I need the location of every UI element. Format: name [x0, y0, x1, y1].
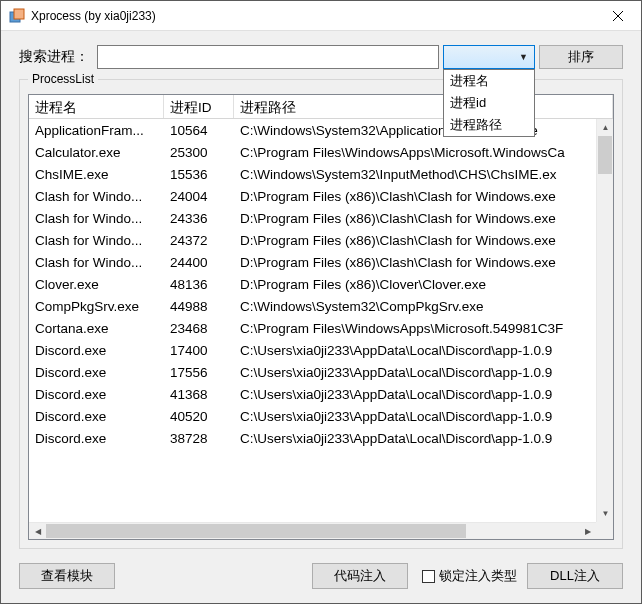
- cell-path: C:\Users\xia0ji233\AppData\Local\Discord…: [234, 431, 613, 446]
- search-label: 搜索进程：: [19, 48, 89, 66]
- table-row[interactable]: ChsIME.exe15536C:\Windows\System32\Input…: [29, 163, 613, 185]
- titlebar: Xprocess (by xia0ji233): [1, 1, 641, 31]
- table-row[interactable]: Clash for Windo...24336D:\Program Files …: [29, 207, 613, 229]
- cell-id: 40520: [164, 409, 234, 424]
- cell-path: C:\Users\xia0ji233\AppData\Local\Discord…: [234, 387, 613, 402]
- cell-path: D:\Program Files (x86)\Clash\Clash for W…: [234, 255, 613, 270]
- cell-id: 17400: [164, 343, 234, 358]
- table-row[interactable]: Discord.exe38728C:\Users\xia0ji233\AppDa…: [29, 427, 613, 449]
- cell-id: 23468: [164, 321, 234, 336]
- cell-id: 15536: [164, 167, 234, 182]
- scroll-track-v[interactable]: [597, 136, 613, 505]
- cell-path: D:\Program Files (x86)\Clover\Clover.exe: [234, 277, 613, 292]
- combo-option-path[interactable]: 进程路径: [444, 114, 534, 136]
- cell-id: 24004: [164, 189, 234, 204]
- cell-name: Clash for Windo...: [29, 233, 164, 248]
- cell-path: C:\Program Files\WindowsApps\Microsoft.5…: [234, 321, 613, 336]
- cell-path: C:\Windows\System32\InputMethod\CHS\ChsI…: [234, 167, 613, 182]
- combo-dropdown: 进程名 进程id 进程路径: [443, 69, 535, 137]
- cell-id: 38728: [164, 431, 234, 446]
- cell-name: Discord.exe: [29, 343, 164, 358]
- table-row[interactable]: Discord.exe17400C:\Users\xia0ji233\AppDa…: [29, 339, 613, 361]
- combo-option-id[interactable]: 进程id: [444, 92, 534, 114]
- cell-id: 48136: [164, 277, 234, 292]
- process-listview[interactable]: 进程名 进程ID 进程路径 ApplicationFram...10564C:\…: [28, 94, 614, 540]
- scroll-right-button[interactable]: ▶: [579, 523, 596, 539]
- sort-button[interactable]: 排序: [539, 45, 623, 69]
- cell-name: Clash for Windo...: [29, 211, 164, 226]
- cell-name: Calculator.exe: [29, 145, 164, 160]
- chevron-down-icon: ▼: [519, 52, 528, 62]
- cell-name: Clover.exe: [29, 277, 164, 292]
- cell-path: C:\Windows\System32\ApplicationFrameHost…: [234, 123, 613, 138]
- cell-name: Discord.exe: [29, 387, 164, 402]
- cell-name: ApplicationFram...: [29, 123, 164, 138]
- code-inject-button[interactable]: 代码注入: [312, 563, 408, 589]
- combo-option-name[interactable]: 进程名: [444, 70, 534, 92]
- table-row[interactable]: Cortana.exe23468C:\Program Files\Windows…: [29, 317, 613, 339]
- listview-body: ApplicationFram...10564C:\Windows\System…: [29, 119, 613, 539]
- cell-path: D:\Program Files (x86)\Clash\Clash for W…: [234, 189, 613, 204]
- search-field-combo[interactable]: ▼ 进程名 进程id 进程路径: [443, 45, 535, 69]
- app-icon: [9, 8, 25, 24]
- window-title: Xprocess (by xia0ji233): [31, 9, 595, 23]
- column-header-id[interactable]: 进程ID: [164, 95, 234, 118]
- checkbox-box-icon: [422, 570, 435, 583]
- cell-id: 25300: [164, 145, 234, 160]
- scroll-up-button[interactable]: ▲: [597, 119, 613, 136]
- cell-path: C:\Windows\System32\CompPkgSrv.exe: [234, 299, 613, 314]
- cell-name: CompPkgSrv.exe: [29, 299, 164, 314]
- table-row[interactable]: Clover.exe48136D:\Program Files (x86)\Cl…: [29, 273, 613, 295]
- column-header-name[interactable]: 进程名: [29, 95, 164, 118]
- client-area: 搜索进程： ▼ 进程名 进程id 进程路径 排序 ProcessList 进程名…: [1, 31, 641, 603]
- search-row: 搜索进程： ▼ 进程名 进程id 进程路径 排序: [19, 45, 623, 69]
- checkbox-label: 锁定注入类型: [439, 567, 517, 585]
- scroll-corner: [596, 522, 613, 539]
- table-row[interactable]: Discord.exe17556C:\Users\xia0ji233\AppDa…: [29, 361, 613, 383]
- lock-inject-type-checkbox[interactable]: 锁定注入类型: [422, 567, 517, 585]
- dll-inject-button[interactable]: DLL注入: [527, 563, 623, 589]
- scroll-thumb-h[interactable]: [46, 524, 466, 538]
- column-header-path[interactable]: 进程路径: [234, 95, 613, 118]
- cell-name: Clash for Windo...: [29, 189, 164, 204]
- cell-name: Discord.exe: [29, 409, 164, 424]
- cell-path: C:\Program Files\WindowsApps\Microsoft.W…: [234, 145, 613, 160]
- cell-id: 44988: [164, 299, 234, 314]
- cell-path: C:\Users\xia0ji233\AppData\Local\Discord…: [234, 365, 613, 380]
- cell-name: Discord.exe: [29, 365, 164, 380]
- table-row[interactable]: CompPkgSrv.exe44988C:\Windows\System32\C…: [29, 295, 613, 317]
- scroll-down-button[interactable]: ▼: [597, 505, 613, 522]
- cell-path: D:\Program Files (x86)\Clash\Clash for W…: [234, 211, 613, 226]
- bottom-toolbar: 查看模块 代码注入 锁定注入类型 DLL注入: [19, 561, 623, 589]
- close-button[interactable]: [595, 1, 641, 31]
- view-module-button[interactable]: 查看模块: [19, 563, 115, 589]
- vertical-scrollbar[interactable]: ▲ ▼: [596, 119, 613, 522]
- scroll-thumb-v[interactable]: [598, 136, 612, 174]
- process-list-group: ProcessList 进程名 进程ID 进程路径 ApplicationFra…: [19, 79, 623, 549]
- cell-id: 10564: [164, 123, 234, 138]
- table-row[interactable]: Clash for Windo...24004D:\Program Files …: [29, 185, 613, 207]
- cell-id: 24400: [164, 255, 234, 270]
- scroll-left-button[interactable]: ◀: [29, 523, 46, 539]
- app-window: Xprocess (by xia0ji233) 搜索进程： ▼ 进程名 进程id…: [0, 0, 642, 604]
- cell-name: ChsIME.exe: [29, 167, 164, 182]
- horizontal-scrollbar[interactable]: ◀ ▶: [29, 522, 596, 539]
- table-row[interactable]: Calculator.exe25300C:\Program Files\Wind…: [29, 141, 613, 163]
- cell-name: Cortana.exe: [29, 321, 164, 336]
- cell-id: 17556: [164, 365, 234, 380]
- cell-path: C:\Users\xia0ji233\AppData\Local\Discord…: [234, 343, 613, 358]
- table-row[interactable]: Discord.exe40520C:\Users\xia0ji233\AppDa…: [29, 405, 613, 427]
- cell-name: Clash for Windo...: [29, 255, 164, 270]
- cell-path: D:\Program Files (x86)\Clash\Clash for W…: [234, 233, 613, 248]
- table-row[interactable]: Discord.exe41368C:\Users\xia0ji233\AppDa…: [29, 383, 613, 405]
- cell-path: C:\Users\xia0ji233\AppData\Local\Discord…: [234, 409, 613, 424]
- group-label: ProcessList: [28, 72, 98, 86]
- scroll-track-h[interactable]: [46, 523, 579, 539]
- table-row[interactable]: Clash for Windo...24400D:\Program Files …: [29, 251, 613, 273]
- table-row[interactable]: Clash for Windo...24372D:\Program Files …: [29, 229, 613, 251]
- cell-id: 41368: [164, 387, 234, 402]
- svg-rect-1: [14, 9, 24, 19]
- cell-id: 24336: [164, 211, 234, 226]
- cell-id: 24372: [164, 233, 234, 248]
- search-input[interactable]: [97, 45, 439, 69]
